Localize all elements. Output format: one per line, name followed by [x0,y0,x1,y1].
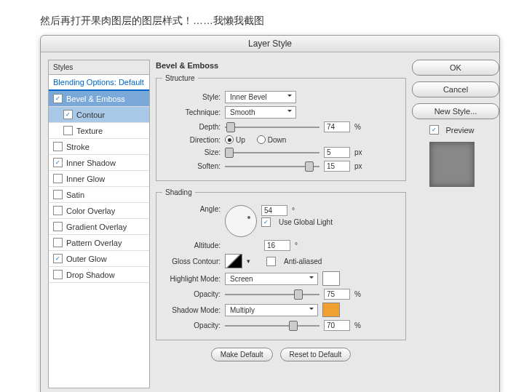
size-unit: px [354,148,365,156]
settings-column: Bevel & Emboss Structure Style:Inner Bev… [156,60,406,388]
checkbox-global-light[interactable] [261,217,271,227]
label-contour: Contour [76,111,105,119]
label-pattern-overlay: Pattern Overlay [66,239,122,247]
structure-group: Structure Style:Inner Bevel Technique:Sm… [156,74,406,181]
ok-button[interactable]: OK [412,60,499,76]
soften-slider[interactable] [225,161,319,172]
row-color-overlay[interactable]: Color Overlay [49,203,149,219]
checkbox-contour[interactable] [63,110,73,119]
shading-group: Shading Angle: 54° Use Global Light Alti… [156,188,406,340]
angle-dial[interactable] [225,205,257,237]
radio-up[interactable]: Up [225,135,245,144]
checkbox-texture[interactable] [63,126,73,135]
dialog-title: Layer Style [41,36,499,52]
row-satin[interactable]: Satin [49,187,149,203]
effects-column: Styles Blending Options: Default Bevel &… [48,60,150,388]
shadow-mode-label: Shadow Mode: [162,306,221,314]
soften-label: Soften: [162,162,221,170]
checkbox-stroke[interactable] [53,142,63,151]
altitude-input[interactable]: 16 [264,240,290,251]
highlight-opacity-slider[interactable] [225,289,319,300]
shadow-opacity-label: Opacity: [162,321,221,329]
effects-list: Blending Options: Default Bevel & Emboss… [48,75,150,388]
highlight-mode-dropdown[interactable]: Screen [225,273,318,285]
label-satin: Satin [66,191,84,199]
preview-label: Preview [445,126,474,135]
row-blending-options[interactable]: Blending Options: Default [49,75,149,91]
technique-dropdown[interactable]: Smooth [225,106,296,119]
altitude-unit: ° [295,241,305,249]
row-stroke[interactable]: Stroke [49,139,149,155]
label-texture: Texture [76,127,103,135]
size-slider[interactable] [225,148,319,158]
size-label: Size: [162,148,221,156]
global-light-label: Use Global Light [279,218,333,226]
style-label: Style: [162,93,221,101]
row-contour[interactable]: Contour [49,107,149,123]
right-column: OK Cancel New Style... Preview [412,60,492,388]
radio-down[interactable]: Down [257,135,287,144]
angle-unit: ° [292,207,302,215]
preview-thumbnail [429,142,475,187]
checkbox-gradient-overlay[interactable] [53,222,63,231]
checkbox-inner-shadow[interactable] [53,158,63,167]
checkbox-preview[interactable] [429,125,439,135]
angle-label: Angle: [162,205,221,213]
make-default-button[interactable]: Make Default [211,348,273,361]
label-bevel: Bevel & Emboss [66,95,125,103]
shadow-opacity-unit: % [354,321,365,329]
label-stroke: Stroke [66,143,90,151]
checkbox-anti-aliased[interactable] [266,257,276,266]
shadow-mode-dropdown[interactable]: Multiply [225,304,318,316]
checkbox-inner-glow[interactable] [53,174,63,183]
depth-slider[interactable] [225,122,319,132]
layer-style-dialog: Layer Style Styles Blending Options: Def… [40,35,500,392]
row-drop-shadow[interactable]: Drop Shadow [49,267,149,283]
shadow-opacity-input[interactable]: 70 [324,320,350,331]
gloss-contour-picker[interactable] [225,254,242,268]
structure-legend: Structure [162,74,198,82]
checkbox-drop-shadow[interactable] [53,270,63,279]
highlight-opacity-label: Opacity: [162,290,221,298]
shadow-color-swatch[interactable] [322,303,340,317]
gloss-contour-label: Gloss Contour: [162,257,221,265]
panel-title: Bevel & Emboss [156,60,406,71]
checkbox-bevel[interactable] [53,94,63,103]
depth-input[interactable]: 74 [324,121,350,132]
checkbox-color-overlay[interactable] [53,206,63,215]
label-gradient-overlay: Gradient Overlay [66,223,127,231]
checkbox-outer-glow[interactable] [53,254,63,263]
highlight-opacity-input[interactable]: 75 [324,289,350,300]
styles-header[interactable]: Styles [48,60,150,75]
soften-input[interactable]: 15 [324,161,350,172]
depth-unit: % [354,123,365,131]
caption-text: 然后再打开果肉图层的图层样式！……我懒我截图 [0,0,532,35]
checkbox-satin[interactable] [53,190,63,199]
highlight-opacity-unit: % [354,290,365,298]
altitude-label: Altitude: [162,241,221,249]
label-outer-glow: Outer Glow [66,255,107,263]
size-input[interactable]: 5 [324,147,350,158]
style-dropdown[interactable]: Inner Bevel [225,91,296,103]
depth-label: Depth: [162,123,221,131]
angle-input[interactable]: 54 [261,205,287,216]
cancel-button[interactable]: Cancel [412,81,499,97]
shadow-opacity-slider[interactable] [225,321,319,331]
label-inner-shadow: Inner Shadow [66,159,116,167]
row-inner-shadow[interactable]: Inner Shadow [49,155,149,171]
row-gradient-overlay[interactable]: Gradient Overlay [49,219,149,235]
anti-aliased-label: Anti-aliased [284,257,322,265]
row-outer-glow[interactable]: Outer Glow [49,251,149,267]
reset-default-button[interactable]: Reset to Default [280,348,352,361]
highlight-color-swatch[interactable] [322,271,340,286]
checkbox-pattern-overlay[interactable] [53,238,63,247]
shading-legend: Shading [162,188,195,196]
label-inner-glow: Inner Glow [66,175,105,183]
row-inner-glow[interactable]: Inner Glow [49,171,149,187]
row-bevel-emboss[interactable]: Bevel & Emboss [49,91,149,107]
highlight-mode-label: Highlight Mode: [162,275,221,283]
label-color-overlay: Color Overlay [66,207,115,215]
new-style-button[interactable]: New Style... [412,103,499,119]
row-texture[interactable]: Texture [49,123,149,139]
row-pattern-overlay[interactable]: Pattern Overlay [49,235,149,251]
